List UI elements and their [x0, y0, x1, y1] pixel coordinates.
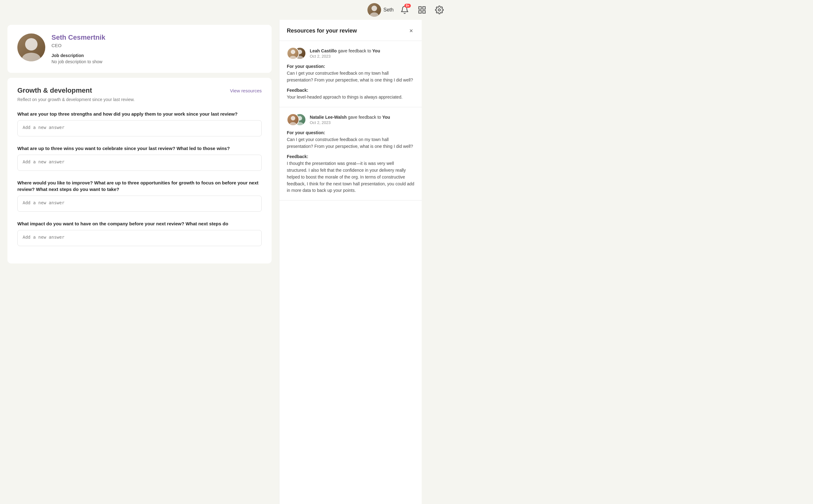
- feedback-answer-label-1: Feedback:: [287, 88, 414, 93]
- notifications-button[interactable]: 9+: [398, 4, 411, 16]
- feedback-question-text-1: Can I get your constructive feedback on …: [287, 70, 414, 83]
- left-content: .profile-avatar { background: linear-gra…: [0, 20, 279, 504]
- feedback-to-you-2: You: [382, 115, 390, 120]
- feedback-answer-text-1: Your level-headed approach to things is …: [287, 94, 414, 101]
- svg-rect-3: [419, 7, 422, 9]
- feedback-date-1: Oct 2, 2023: [310, 54, 380, 59]
- feedback-meta-1: Leah Castillo gave feedback to You Oct 2…: [310, 48, 380, 59]
- feedback-date-2: Oct 2, 2023: [310, 120, 390, 125]
- nav-username: Seth: [383, 7, 394, 13]
- answer-input-3[interactable]: [17, 196, 262, 212]
- svg-rect-5: [419, 11, 422, 13]
- svg-point-9: [22, 53, 41, 61]
- feedback-avatar-leah: [287, 47, 299, 60]
- question-text-1: What are your top three strengths and ho…: [17, 111, 262, 117]
- question-text-4: What impact do you want to have on the c…: [17, 220, 262, 227]
- question-text-2: What are up to three wins you want to ce…: [17, 145, 262, 152]
- feedback-question-label-2: For your question:: [287, 130, 414, 135]
- answer-input-2[interactable]: [17, 155, 262, 171]
- nav-avatar: .nav-avatar { background: linear-gradien…: [367, 3, 381, 17]
- feedback-from-natalie: Natalie Lee-Walsh: [310, 115, 347, 120]
- feedback-item-2: Natalie Lee-Walsh gave feedback to You O…: [279, 107, 422, 201]
- growth-header: Growth & development View resources: [17, 86, 262, 95]
- feedback-answer-label-2: Feedback:: [287, 154, 414, 159]
- feedback-meta-2: Natalie Lee-Walsh gave feedback to You O…: [310, 115, 390, 125]
- svg-point-11: [289, 56, 296, 60]
- profile-avatar: .profile-avatar { background: linear-gra…: [17, 33, 45, 61]
- feedback-from-leah: Leah Castillo: [310, 48, 337, 53]
- answer-input-1[interactable]: [17, 120, 262, 136]
- nav-user[interactable]: .nav-avatar { background: linear-gradien…: [367, 3, 394, 17]
- svg-point-7: [439, 9, 441, 11]
- question-block-2: What are up to three wins you want to ce…: [17, 145, 262, 172]
- growth-title: Growth & development: [17, 86, 92, 95]
- question-text-3: Where would you like to improve? What ar…: [17, 179, 262, 192]
- svg-point-10: [291, 50, 295, 54]
- growth-card: Growth & development View resources Refl…: [7, 78, 272, 263]
- main-layout: .profile-avatar { background: linear-gra…: [0, 20, 813, 504]
- svg-rect-4: [423, 7, 426, 9]
- profile-title-ceo: CEO: [51, 43, 262, 48]
- svg-point-15: [289, 122, 296, 126]
- profile-card: .profile-avatar { background: linear-gra…: [7, 25, 272, 73]
- feedback-gave-label-2: gave feedback to: [348, 115, 382, 120]
- question-block-1: What are your top three strengths and ho…: [17, 111, 262, 138]
- feedback-question-text-2: Can I get your constructive feedback on …: [287, 136, 414, 150]
- panel-title: Resources for your review: [287, 28, 357, 34]
- feedback-to-you-1: You: [372, 48, 380, 53]
- answer-input-4[interactable]: [17, 230, 262, 246]
- feedback-item-1: Leah Castillo gave feedback to You Oct 2…: [279, 41, 422, 107]
- job-description-label: Job description: [51, 53, 262, 58]
- svg-point-14: [291, 116, 295, 120]
- question-block-4: What impact do you want to have on the c…: [17, 220, 262, 247]
- settings-button[interactable]: [433, 4, 446, 16]
- svg-point-8: [25, 38, 38, 51]
- feedback-avatar-natalie: [287, 113, 299, 126]
- profile-name: Seth Cesmertnik: [51, 33, 262, 42]
- right-panel: Resources for your review ×: [279, 20, 422, 504]
- notification-badge: 9+: [404, 4, 411, 8]
- job-description-text: No job description to show: [51, 59, 262, 64]
- panel-header: Resources for your review ×: [279, 20, 422, 41]
- profile-info: Seth Cesmertnik CEO Job description No j…: [51, 33, 262, 64]
- feedback-answer-text-2: I thought the presentation was great—it …: [287, 160, 414, 194]
- view-resources-button[interactable]: View resources: [230, 88, 262, 93]
- svg-rect-6: [423, 11, 426, 13]
- close-panel-button[interactable]: ×: [408, 26, 414, 36]
- growth-subtitle: Reflect on your growth & development sin…: [17, 97, 262, 102]
- svg-rect-2: [367, 3, 381, 17]
- top-navigation: .nav-avatar { background: linear-gradien…: [0, 0, 813, 20]
- question-block-3: Where would you like to improve? What ar…: [17, 179, 262, 213]
- feedback-question-label-1: For your question:: [287, 64, 414, 69]
- feedback-gave-label-1: gave feedback to: [338, 48, 372, 53]
- grid-button[interactable]: [416, 4, 428, 16]
